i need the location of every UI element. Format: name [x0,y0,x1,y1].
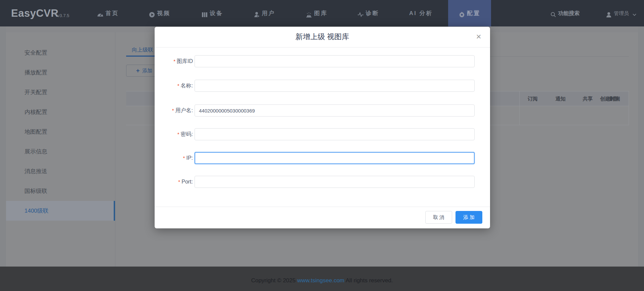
page-footer: Copyright © 2025 www.tsingsee.com All ri… [0,267,644,291]
cancel-button[interactable]: 取 消 [425,211,452,224]
sidebar-item-switch-config[interactable]: 开关配置 [6,82,115,102]
col-notify: 通知 [555,91,566,106]
registered-mark: ® [54,12,56,16]
nav-item-home[interactable]: 首页 [97,0,119,26]
confirm-add-button[interactable]: 添 加 [455,211,482,224]
copyright-text: Copyright © 2025 [251,277,297,284]
name-input[interactable] [195,80,475,92]
port-input[interactable] [195,176,475,188]
sidebar-item-display-info[interactable]: 展示信息 [6,142,115,161]
device-columns-icon [202,1,208,27]
nav-item-video[interactable]: 视频 [149,0,170,26]
page-right-margin [638,26,644,267]
dialog-footer: 取 消 添 加 [155,207,490,228]
name-label: *名称: [155,80,193,92]
table-right-border [629,91,629,125]
port-label: *Port: [155,176,193,188]
easycvr-app: EasyCVR ®v3.7.5 首页 视频 设备 用户 图库 诊断 AI 分析 … [0,0,644,291]
col-subscribe: 订阅 [528,91,538,106]
required-asterisk: * [183,155,185,161]
required-asterisk: * [178,179,180,185]
sidebar-item-security-config[interactable]: 安全配置 [6,43,115,63]
password-input[interactable] [195,128,475,140]
alarm-light-icon [306,1,312,27]
plus-icon: + [136,67,140,74]
col-share: 共享 [583,91,593,106]
add-superior-gallery-dialog: 新增上级 视图库 × *图库ID *名称: *用户名: *密码: *IP: [155,27,490,228]
admin-menu[interactable]: 管理员 [606,0,636,26]
sidebar-item-gb-cascade[interactable]: 国标级联 [6,181,115,201]
nav-item-diagnosis[interactable]: 诊断 [358,0,379,26]
dialog-form: *图库ID *名称: *用户名: *密码: *IP: *Port: [155,48,490,207]
nav-item-gallery[interactable]: 图库 [306,0,328,26]
sidebar-item-1400-cascade[interactable]: 1400级联 [6,201,115,221]
sidebar-item-map-config[interactable]: 地图配置 [6,122,115,142]
dialog-header: 新增上级 视图库 × [155,27,490,48]
play-circle-icon [149,1,155,27]
tab-upward-cascade[interactable]: 向上级联 [126,44,159,57]
chevron-down-icon [633,1,636,27]
password-label: *密码: [155,128,193,140]
sidebar-item-message-push[interactable]: 消息推送 [6,161,115,181]
dashboard-icon [97,1,104,27]
config-sidebar: 安全配置 播放配置 开关配置 内核配置 地图配置 展示信息 消息推送 国标级联 … [6,32,115,267]
gear-icon [459,1,465,27]
function-search[interactable]: 功能搜索 [550,0,580,26]
username-input[interactable] [195,104,475,117]
top-navbar: EasyCVR ®v3.7.5 首页 视频 设备 用户 图库 诊断 AI 分析 … [0,0,644,26]
username-label: *用户名: [155,104,193,117]
person-icon [606,1,612,27]
nav-item-config-active[interactable]: 配置 [448,0,491,26]
search-icon [550,1,556,27]
page-left-margin [0,26,6,267]
required-asterisk: * [177,83,179,88]
col-delete: 删除 [609,91,619,106]
ip-input[interactable] [195,152,475,164]
pulse-icon [358,1,364,27]
required-asterisk: * [172,107,174,113]
dialog-title: 新增上级 视图库 [155,27,490,47]
nav-item-device[interactable]: 设备 [202,0,223,26]
sidebar-item-kernel-config[interactable]: 内核配置 [6,102,115,122]
user-icon [254,1,260,27]
ip-label: *IP: [155,152,193,164]
app-logo: EasyCVR [11,0,58,26]
tsingsee-link[interactable]: www.tsingsee.com [297,277,344,284]
required-asterisk: * [177,131,179,137]
sidebar-item-playback-config[interactable]: 播放配置 [6,63,115,82]
rights-text: All rights reserved. [344,277,393,284]
nav-item-user[interactable]: 用户 [254,0,275,26]
gallery-id-input[interactable] [195,55,475,67]
table-column-divider [519,91,520,125]
required-asterisk: * [173,58,175,64]
gallery-id-label: *图库ID [155,55,193,67]
close-icon[interactable]: × [473,31,484,42]
app-version: ®v3.7.5 [54,0,69,26]
nav-item-ai-analysis[interactable]: AI 分析 [409,0,433,26]
